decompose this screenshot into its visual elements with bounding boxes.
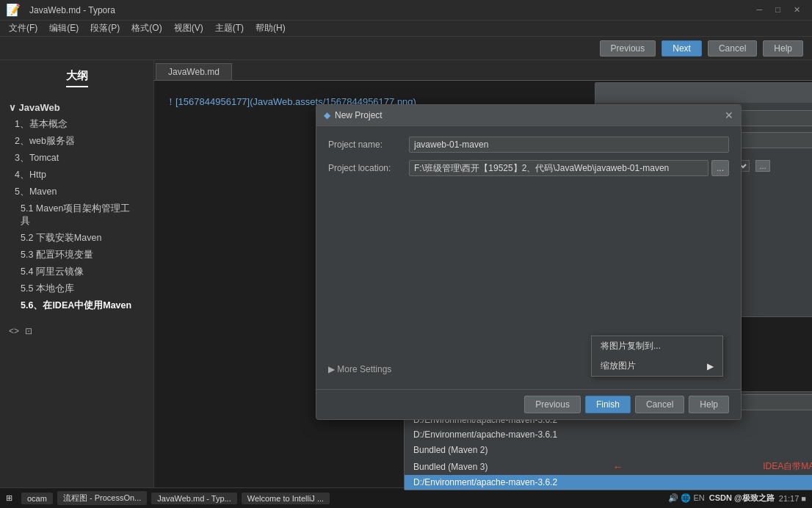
taskbar-items: ⊞ ocam 流程图 - ProcessOn... JavaWeb.md - T… <box>6 491 331 505</box>
dialog-title-bar: ◆ New Project ✕ <box>316 105 741 126</box>
dialog-footer: Previous Finish Cancel Help <box>316 389 741 419</box>
cancel-button[interactable]: Cancel <box>708 40 757 57</box>
next-button[interactable]: Next <box>661 40 702 57</box>
top-toolbar: Previous Next Cancel Help <box>0 37 812 60</box>
dropdown-option-4[interactable]: D:/Environment/apache-maven-3.6.2 <box>405 475 812 490</box>
dialog-help-btn[interactable]: Help <box>689 396 729 413</box>
csdn-brand: CSDN @极致之路 <box>709 493 775 504</box>
sidebar-sub-5-2[interactable]: 5.2 下载安装Maven <box>0 230 153 247</box>
sidebar-title-area: 大纲 <box>0 66 153 99</box>
sidebar-javaweb[interactable]: ∨ JavaWeb <box>0 99 153 116</box>
context-menu-item-1[interactable]: 缩放图片 ▶ <box>592 356 722 376</box>
help-button[interactable]: Help <box>763 40 803 57</box>
browse-btn[interactable]: ... <box>711 160 729 176</box>
menu-theme[interactable]: 主题(T) <box>209 21 250 36</box>
view-toggle: <> ⊡ <box>0 320 153 342</box>
dropdown-option-1[interactable]: D:/Environment/apache-maven-3.6.1 <box>405 427 812 442</box>
menu-view[interactable]: 视图(V) <box>168 21 209 36</box>
intellij-icon: ◆ <box>324 110 330 120</box>
submenu-arrow-icon: ▶ <box>707 361 714 371</box>
sidebar-sub-5-5[interactable]: 5.5 本地仓库 <box>0 280 153 297</box>
dialog-finish-btn[interactable]: Finish <box>585 396 631 413</box>
close-btn[interactable]: ✕ <box>788 4 806 16</box>
project-location-label: Project location: <box>328 163 409 173</box>
main-layout: 大纲 ∨ JavaWeb 1、基本概念 2、web服务器 3、Tomcat 4、… <box>0 60 812 508</box>
minimize-btn[interactable]: ─ <box>751 4 769 16</box>
sidebar-item-tomcat[interactable]: 3、Tomcat <box>0 150 153 167</box>
window-controls: ─ □ ✕ <box>751 4 806 16</box>
sidebar-sub-5-3[interactable]: 5.3 配置环境变量 <box>0 247 153 264</box>
project-location-input-group: ... <box>409 160 729 176</box>
menu-bar: 文件(F) 编辑(E) 段落(P) 格式(O) 视图(V) 主题(T) 帮助(H… <box>0 21 812 37</box>
taskbar-javaweb[interactable]: JavaWeb.md - Typ... <box>151 493 236 504</box>
tab-javaweb[interactable]: JavaWeb.md <box>156 63 232 80</box>
sidebar: 大纲 ∨ JavaWeb 1、基本概念 2、web服务器 3、Tomcat 4、… <box>0 60 154 508</box>
app-icon: 📝 <box>6 3 21 17</box>
app-title: JavaWeb.md - Typora <box>29 5 115 15</box>
context-menu: 将图片复制到... 缩放图片 ▶ <box>591 335 723 377</box>
menu-edit[interactable]: 编辑(E) <box>43 21 84 36</box>
sidebar-item-1[interactable]: 1、基本概念 <box>0 116 153 133</box>
maven-annotation: IDEA自带MAVEN设置 <box>763 460 812 473</box>
dialog-title: ◆ New Project <box>324 110 383 120</box>
project-name-input[interactable] <box>409 137 729 153</box>
taskbar-processonon[interactable]: 流程图 - ProcessOn... <box>57 491 147 505</box>
outline-view-btn[interactable]: ⊡ <box>25 326 32 336</box>
intellij-panel-topbar: ✕ <box>595 83 812 103</box>
context-menu-item-0[interactable]: 将图片复制到... <box>592 336 722 356</box>
sidebar-item-4[interactable]: 4、Http <box>0 167 153 184</box>
windows-start-icon[interactable]: ⊞ <box>6 493 12 503</box>
dialog-previous-btn[interactable]: Previous <box>524 396 581 413</box>
dropdown-option-3[interactable]: Bundled (Maven 3) ← IDEA自带MAVEN设置 <box>405 458 812 475</box>
taskbar-ocam[interactable]: ocam <box>21 493 53 504</box>
menu-paragraph[interactable]: 段落(P) <box>84 21 126 36</box>
arrow-icon-2: ← <box>613 461 623 473</box>
title-bar-left: 📝 JavaWeb.md - Typora <box>6 3 115 17</box>
taskbar-intellij[interactable]: Welcome to IntelliJ ... <box>242 493 330 504</box>
project-location-input[interactable] <box>409 160 708 176</box>
dialog-empty-space <box>328 184 729 360</box>
dropdown-option-2[interactable]: Bundled (Maven 2) ← <box>405 442 812 458</box>
code-view-btn[interactable]: <> <box>9 326 19 336</box>
intellij-action-btn[interactable]: ... <box>755 160 769 172</box>
outline-title: 大纲 <box>66 69 88 87</box>
project-location-row: Project location: ... <box>328 160 729 176</box>
sidebar-item-5[interactable]: 5、Maven <box>0 184 153 200</box>
dialog-close-btn[interactable]: ✕ <box>725 109 733 121</box>
status-bar: ⊞ ocam 流程图 - ProcessOn... JavaWeb.md - T… <box>0 487 812 508</box>
time-display: 21:17 ■ <box>779 494 806 503</box>
sidebar-sub-5-4[interactable]: 5.4 阿里云镜像 <box>0 264 153 280</box>
previous-button[interactable]: Previous <box>600 40 656 57</box>
menu-format[interactable]: 格式(O) <box>126 21 167 36</box>
menu-help[interactable]: 帮助(H) <box>250 21 291 36</box>
system-tray: 🔊 🌐 EN <box>668 493 704 503</box>
project-name-label: Project name: <box>328 139 409 150</box>
maximize-btn[interactable]: □ <box>769 4 786 16</box>
content-area: JavaWeb.md ！[1567844956177](JavaWeb.asse… <box>154 60 812 508</box>
project-name-row: Project name: <box>328 137 729 153</box>
sidebar-item-2[interactable]: 2、web服务器 <box>0 133 153 150</box>
title-bar: 📝 JavaWeb.md - Typora ─ □ ✕ <box>0 0 812 21</box>
dialog-cancel-btn[interactable]: Cancel <box>635 396 684 413</box>
sidebar-sub-5-6[interactable]: 5.6、在IDEA中使用Maven <box>0 297 153 314</box>
status-bar-right: 🔊 🌐 EN CSDN @极致之路 21:17 ■ <box>668 493 806 504</box>
menu-file[interactable]: 文件(F) <box>3 21 43 36</box>
sidebar-sub-5-1[interactable]: 5.1 Maven项目架构管理工具 <box>0 200 153 230</box>
tabs-bar: JavaWeb.md <box>154 60 812 81</box>
